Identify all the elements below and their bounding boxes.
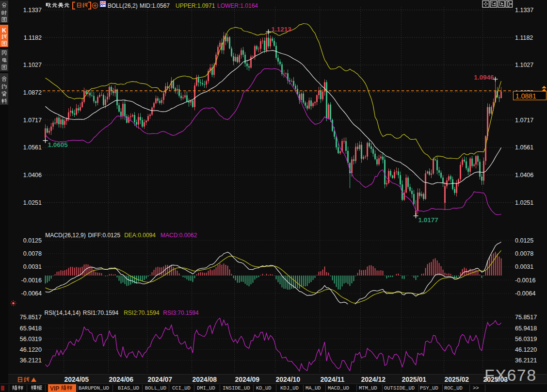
svg-text:OUTSIDE_UD: OUTSIDE_UD — [384, 385, 415, 391]
svg-text:36.2121: 36.2121 — [20, 357, 42, 364]
svg-text:1.1027: 1.1027 — [515, 62, 533, 68]
svg-text:PSY_UD: PSY_UD — [420, 385, 438, 391]
svg-text:-0.0016: -0.0016 — [515, 277, 535, 284]
svg-text:2024/09: 2024/09 — [235, 376, 260, 383]
svg-text:DMI_UD: DMI_UD — [197, 385, 215, 391]
svg-text:65.9418: 65.9418 — [515, 325, 537, 332]
svg-text:2024/10: 2024/10 — [276, 376, 301, 383]
svg-text:CCI_UD: CCI_UD — [172, 385, 191, 391]
svg-text:2024/11: 2024/11 — [321, 376, 345, 383]
svg-text:2024/07: 2024/07 — [148, 376, 173, 383]
svg-text:BIAS_UD: BIAS_UD — [118, 385, 139, 391]
svg-text:KDJ_UD: KDJ_UD — [280, 385, 299, 391]
svg-text:MACD_UD: MACD_UD — [328, 385, 349, 391]
svg-text:2024/05: 2024/05 — [64, 376, 89, 383]
svg-text:2025/01: 2025/01 — [402, 376, 427, 383]
svg-text:MID:1.0567: MID:1.0567 — [140, 2, 170, 9]
svg-text:1.1337: 1.1337 — [515, 7, 533, 14]
svg-text:1.1213: 1.1213 — [272, 26, 292, 33]
svg-text:75.8517: 75.8517 — [20, 314, 42, 321]
svg-text:KD_UD: KD_UD — [256, 385, 272, 391]
svg-text:BOLL_UD: BOLL_UD — [145, 385, 166, 391]
svg-text:RSI1:70.1594: RSI1:70.1594 — [83, 310, 119, 316]
svg-text:FX678: FX678 — [484, 366, 537, 384]
svg-text:0.0031: 0.0031 — [23, 263, 42, 270]
svg-text:46.1220: 46.1220 — [515, 346, 537, 353]
svg-text:36.2121: 36.2121 — [515, 357, 537, 364]
svg-text:RSI3:70.1594: RSI3:70.1594 — [163, 310, 199, 316]
svg-text:VIP: VIP — [50, 385, 59, 392]
svg-text:-0.0064: -0.0064 — [515, 290, 535, 297]
svg-text:1.0251: 1.0251 — [515, 199, 533, 206]
svg-text:1.0717: 1.0717 — [23, 117, 42, 124]
svg-text:BARUPDN_UD: BARUPDN_UD — [79, 385, 109, 391]
svg-text:2024/06: 2024/06 — [109, 376, 134, 383]
svg-text:1.0251: 1.0251 — [23, 199, 42, 206]
svg-text:-0.0064: -0.0064 — [21, 290, 42, 297]
svg-text:56.0319: 56.0319 — [20, 336, 42, 343]
svg-text:1.0605: 1.0605 — [48, 141, 68, 148]
svg-text:2024/12: 2024/12 — [361, 376, 386, 383]
svg-text:1.0177: 1.0177 — [418, 216, 438, 224]
svg-text:0.0125: 0.0125 — [515, 237, 533, 244]
svg-text:1.1182: 1.1182 — [24, 34, 42, 41]
svg-text:BOLL(26,2): BOLL(26,2) — [108, 2, 138, 9]
svg-text:1.1182: 1.1182 — [515, 34, 533, 41]
svg-text:DIFF:0.0125: DIFF:0.0125 — [88, 232, 120, 239]
svg-text:0.0078: 0.0078 — [23, 250, 42, 257]
svg-text:-0.0016: -0.0016 — [21, 277, 42, 284]
svg-text:K: K — [2, 27, 6, 34]
svg-text:0.0031: 0.0031 — [515, 263, 533, 270]
svg-text:RSI2:70.1594: RSI2:70.1594 — [124, 310, 160, 316]
svg-text:1.0717: 1.0717 — [515, 117, 533, 124]
svg-text:1.0406: 1.0406 — [23, 172, 42, 179]
svg-text:MA_UD: MA_UD — [306, 385, 321, 391]
svg-text:1.0946: 1.0946 — [474, 74, 494, 81]
svg-text:1.1337: 1.1337 — [23, 7, 42, 14]
svg-text:2024/08: 2024/08 — [193, 376, 217, 383]
svg-text:1.0872: 1.0872 — [23, 89, 42, 96]
svg-text:LOWER:1.0164: LOWER:1.0164 — [217, 2, 258, 9]
svg-text:1.0561: 1.0561 — [515, 144, 533, 151]
svg-text:2025/02: 2025/02 — [445, 376, 469, 383]
svg-text:RSI(14,14,14): RSI(14,14,14) — [45, 310, 81, 316]
svg-text:1.0406: 1.0406 — [515, 172, 533, 179]
svg-text:0.0125: 0.0125 — [23, 237, 42, 244]
svg-text:1.1027: 1.1027 — [23, 62, 42, 68]
svg-text:1.0881: 1.0881 — [515, 92, 536, 100]
svg-text:DEA:0.0094: DEA:0.0094 — [124, 232, 156, 239]
svg-text:ROC_UD: ROC_UD — [444, 385, 463, 391]
svg-text:UPPER:1.0971: UPPER:1.0971 — [176, 2, 215, 9]
svg-text:>>: >> — [473, 385, 479, 391]
svg-text:75.8517: 75.8517 — [515, 314, 537, 321]
svg-text:65.9418: 65.9418 — [20, 325, 42, 332]
svg-text:MACD(26,12,9): MACD(26,12,9) — [45, 232, 85, 239]
svg-text:56.0319: 56.0319 — [515, 336, 537, 343]
svg-text:46.1220: 46.1220 — [20, 346, 42, 353]
svg-text:0.0078: 0.0078 — [515, 250, 533, 257]
svg-text:MTM_UD: MTM_UD — [359, 385, 377, 391]
svg-text:1.0561: 1.0561 — [23, 144, 42, 151]
svg-text:MACD:0.0062: MACD:0.0062 — [161, 232, 197, 239]
svg-text:INSIDE_UD: INSIDE_UD — [223, 385, 250, 391]
